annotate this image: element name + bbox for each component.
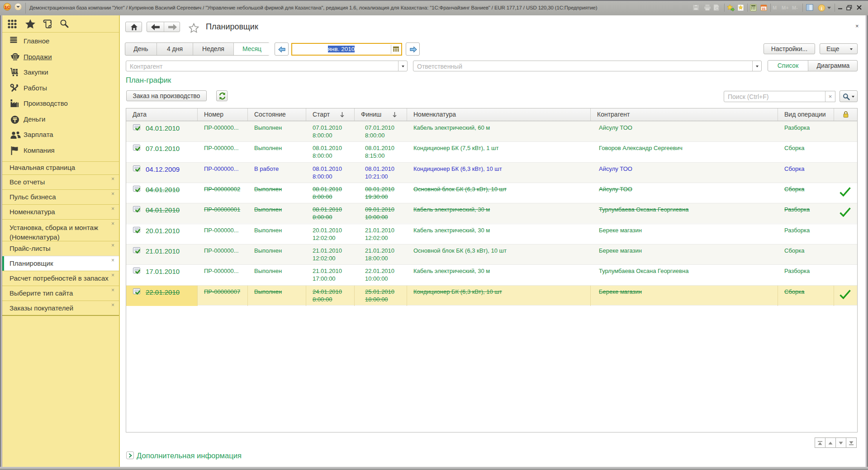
svg-text:i: i [821, 5, 822, 11]
svg-text:31: 31 [762, 7, 765, 11]
svg-text:1С: 1С [5, 5, 10, 9]
